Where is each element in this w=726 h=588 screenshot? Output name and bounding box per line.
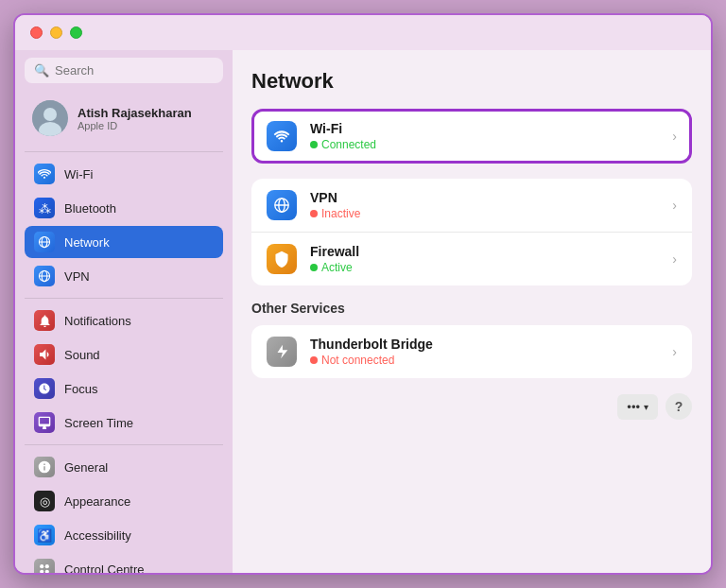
firewall-chevron-icon: › <box>672 251 677 267</box>
sidebar: 🔍 Atish Rajasekharan Apple ID <box>15 50 233 573</box>
thunderbolt-status: Not connected <box>310 354 659 367</box>
vpn-firewall-section: VPN Inactive › <box>251 179 692 285</box>
divider-3 <box>25 444 223 445</box>
vpn-status: Inactive <box>310 207 659 220</box>
thunderbolt-status-dot <box>310 356 318 364</box>
wifi-info: Wi-Fi Connected <box>310 121 659 151</box>
focus-icon <box>34 378 55 399</box>
user-profile[interactable]: Atish Rajasekharan Apple ID <box>25 95 223 142</box>
more-dropdown-icon: ▾ <box>644 402 648 412</box>
sidebar-item-appearance[interactable]: ◎ Appearance <box>25 485 223 517</box>
user-name: Atish Rajasekharan <box>78 106 192 120</box>
thunderbolt-chevron-icon: › <box>672 344 677 359</box>
vpn-network-icon <box>267 190 297 220</box>
sidebar-item-controlcentre[interactable]: Control Centre <box>25 553 223 573</box>
wifi-icon <box>34 164 55 184</box>
wifi-status-text: Connected <box>321 138 376 151</box>
sidebar-item-label-accessibility: Accessibility <box>64 528 131 543</box>
vpn-icon <box>34 266 55 286</box>
thunderbolt-name: Thunderbolt Bridge <box>310 337 659 352</box>
controlcentre-icon <box>34 559 55 573</box>
page-title: Network <box>251 69 692 94</box>
avatar <box>32 100 68 136</box>
sidebar-item-label-general: General <box>64 460 108 475</box>
vpn-info: VPN Inactive <box>310 190 659 220</box>
sidebar-item-sound[interactable]: Sound <box>25 338 223 371</box>
firewall-status-dot <box>310 264 318 271</box>
wifi-chevron-icon: › <box>672 129 677 144</box>
sidebar-item-label-notifications: Notifications <box>64 314 131 328</box>
thunderbolt-status-text: Not connected <box>321 354 394 367</box>
sidebar-item-label-bluetooth: Bluetooth <box>64 201 116 216</box>
other-services-label: Other Services <box>251 301 692 316</box>
firewall-name: Firewall <box>310 244 659 259</box>
sidebar-item-accessibility[interactable]: ♿ Accessibility <box>25 519 223 551</box>
svg-point-9 <box>40 564 43 568</box>
minimize-button[interactable] <box>50 26 62 39</box>
notifications-icon <box>34 310 55 331</box>
help-button-label: ? <box>675 399 683 414</box>
bluetooth-icon: ⁂ <box>34 198 55 218</box>
wifi-section: Wi-Fi Connected › <box>254 112 689 161</box>
wifi-network-icon <box>267 121 297 151</box>
sidebar-item-label-network: Network <box>64 235 110 250</box>
user-subtitle: Apple ID <box>78 120 192 131</box>
close-button[interactable] <box>30 26 43 39</box>
other-services-section: Thunderbolt Bridge Not connected › <box>251 325 692 378</box>
sound-icon <box>34 344 55 365</box>
svg-point-12 <box>45 570 49 573</box>
vpn-status-dot <box>310 210 318 217</box>
svg-point-1 <box>43 108 57 121</box>
firewall-info: Firewall Active <box>310 244 659 274</box>
thunderbolt-network-icon <box>267 337 297 367</box>
appearance-icon: ◎ <box>34 491 55 511</box>
vpn-status-text: Inactive <box>321 207 360 220</box>
wifi-selected-container: Wi-Fi Connected › <box>251 109 692 164</box>
svg-point-10 <box>45 564 49 568</box>
content-area: Network Wi-Fi Con <box>233 50 711 573</box>
wifi-status-dot <box>310 141 318 148</box>
accessibility-icon: ♿ <box>34 525 55 545</box>
vpn-name: VPN <box>310 190 659 205</box>
sidebar-item-general[interactable]: General <box>25 451 223 483</box>
sidebar-item-label-sound: Sound <box>64 348 100 362</box>
wifi-status: Connected <box>310 138 659 151</box>
search-box[interactable]: 🔍 <box>25 58 223 83</box>
sidebar-item-label-appearance: Appearance <box>64 494 130 509</box>
sidebar-item-label-vpn: VPN <box>64 269 90 284</box>
sidebar-item-screentime[interactable]: Screen Time <box>25 406 223 439</box>
sidebar-item-focus[interactable]: Focus <box>25 372 223 405</box>
firewall-item[interactable]: Firewall Active › <box>251 233 692 285</box>
sidebar-item-bluetooth[interactable]: ⁂ Bluetooth <box>25 192 223 224</box>
firewall-network-icon <box>267 244 297 274</box>
firewall-status: Active <box>310 261 659 274</box>
network-icon <box>34 232 55 252</box>
user-info: Atish Rajasekharan Apple ID <box>78 106 192 131</box>
sidebar-item-vpn[interactable]: VPN <box>25 260 223 292</box>
title-bar <box>15 15 711 50</box>
svg-point-11 <box>40 570 43 573</box>
maximize-button[interactable] <box>70 26 82 39</box>
thunderbolt-info: Thunderbolt Bridge Not connected <box>310 337 659 367</box>
screentime-icon <box>34 412 55 433</box>
sidebar-item-wifi[interactable]: Wi-Fi <box>25 158 223 190</box>
wifi-item[interactable]: Wi-Fi Connected › <box>254 112 689 161</box>
sidebar-item-network[interactable]: Network <box>25 226 223 258</box>
sidebar-item-label-focus: Focus <box>64 382 97 396</box>
divider-2 <box>25 298 223 299</box>
sidebar-item-label-wifi: Wi-Fi <box>64 167 93 182</box>
sidebar-item-notifications[interactable]: Notifications <box>25 304 223 337</box>
main-content: 🔍 Atish Rajasekharan Apple ID <box>15 50 711 573</box>
more-button[interactable]: ••• ▾ <box>617 394 658 420</box>
search-icon: 🔍 <box>34 63 49 78</box>
general-icon <box>34 457 55 477</box>
help-button[interactable]: ? <box>666 393 692 420</box>
firewall-status-text: Active <box>321 261 353 274</box>
divider-1 <box>25 151 223 152</box>
vpn-item[interactable]: VPN Inactive › <box>251 179 692 233</box>
settings-window: 🔍 Atish Rajasekharan Apple ID <box>13 13 713 575</box>
search-input[interactable] <box>55 63 214 78</box>
more-button-label: ••• <box>627 400 640 414</box>
thunderbolt-item[interactable]: Thunderbolt Bridge Not connected › <box>251 325 692 378</box>
vpn-chevron-icon: › <box>672 198 677 213</box>
